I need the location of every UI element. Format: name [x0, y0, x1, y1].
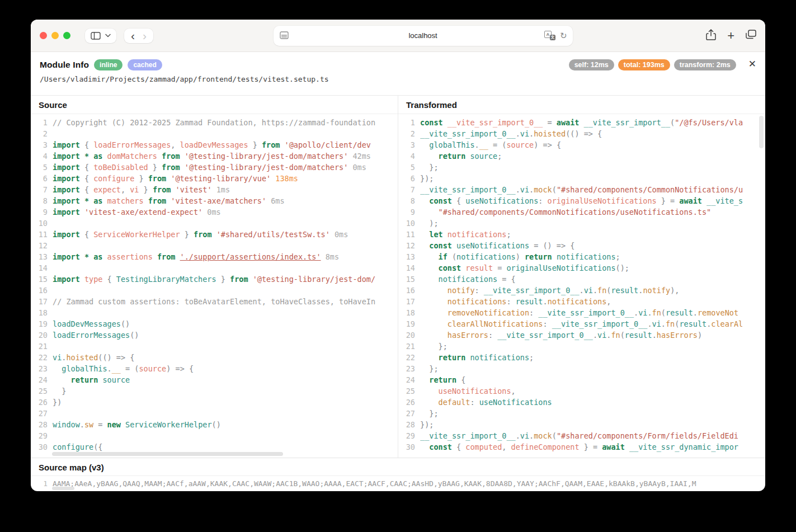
- code-line: 21: [31, 341, 398, 352]
- panel-title: Source: [31, 96, 398, 114]
- line-number: 29: [31, 430, 53, 441]
- code-line: 27: [31, 408, 398, 419]
- code-lines[interactable]: 1const __vite_ssr_import_0__ = await __v…: [398, 114, 765, 458]
- code-line: 15import type { TestingLibraryMatchers }…: [31, 274, 398, 285]
- code-line: 20loadErrorMessages(): [31, 329, 398, 341]
- code-line: 5 };: [398, 162, 765, 173]
- code-line: 7import { expect, vi } from 'vitest' 1ms: [31, 184, 398, 195]
- line-number: 12: [31, 240, 53, 251]
- code-line: 11 let notifications;: [398, 229, 765, 240]
- code-line: 28window.sw = new ServiceWorkerHelper(): [31, 419, 398, 430]
- sidebar-toggle[interactable]: [85, 29, 116, 43]
- line-number: 16: [31, 285, 53, 296]
- tab-overview-icon[interactable]: [746, 30, 756, 41]
- panel-title: Transformed: [398, 96, 765, 114]
- transformed-panel: Transformed 1const __vite_ssr_import_0__…: [398, 96, 765, 458]
- line-number: 11: [398, 229, 420, 240]
- code-line: 6});: [398, 173, 765, 184]
- code-line: 10 );: [398, 218, 765, 229]
- code-line: 22 return notifications;: [398, 352, 765, 363]
- close-icon[interactable]: ✕: [748, 59, 756, 69]
- line-number: 4: [398, 150, 420, 162]
- line-number: 25: [398, 385, 420, 397]
- code-line: 20 hasErrors: __vite_ssr_import_0__.vi.f…: [398, 329, 765, 341]
- line-number: 27: [31, 408, 53, 419]
- sourcemap-line: 1 AAMA;AAeA,yBAAG,QAAQ,MAAM;AACf,aAAW,KA…: [31, 476, 765, 489]
- code-line: 8 const { useNotifications: originalUseN…: [398, 195, 765, 206]
- code-line: 3 globalThis.__ = (source) => {: [398, 139, 765, 150]
- code-line: 9import 'vitest-axe/extend-expect' 0ms: [31, 206, 398, 218]
- code-line: 30 const { computed, defineComponent } =…: [398, 441, 765, 453]
- sourcemap-mappings: AAMA;AAeA,yBAAG,QAAQ,MAAM;AACf,aAAW,KAAK…: [53, 479, 765, 489]
- line-number: 24: [31, 374, 53, 385]
- code-line: 7__vite_ssr_import_0__.vi.mock("#shared/…: [398, 184, 765, 195]
- line-number: 27: [398, 408, 420, 419]
- line-number: 26: [31, 397, 53, 408]
- timing-badges: self: 12ms total: 193ms transform: 2ms: [569, 59, 736, 70]
- translate-icon[interactable]: A 文: [544, 31, 555, 40]
- line-number: 3: [398, 139, 420, 150]
- line-number: 5: [31, 162, 53, 173]
- line-number: 1: [31, 117, 53, 128]
- line-number: 8: [398, 195, 420, 206]
- vertical-scrollbar[interactable]: [759, 116, 764, 148]
- code-line: 29: [31, 430, 398, 441]
- code-line: 4 return source;: [398, 150, 765, 162]
- nav-buttons: ‹ ›: [124, 29, 153, 43]
- sourcemap-line-number: 1: [31, 479, 53, 489]
- line-number: 20: [398, 329, 420, 341]
- line-number: 7: [398, 184, 420, 195]
- zoom-window-button[interactable]: [63, 32, 70, 39]
- code-line: 1const __vite_ssr_import_0__ = await __v…: [398, 117, 765, 128]
- self-time-badge: self: 12ms: [569, 59, 614, 70]
- minimize-window-button[interactable]: [51, 32, 59, 39]
- line-number: 16: [398, 285, 420, 296]
- line-number: 15: [398, 274, 420, 285]
- module-info-header: Module Info inline cached self: 12ms tot…: [31, 52, 765, 95]
- new-tab-icon[interactable]: +: [727, 31, 734, 41]
- share-icon[interactable]: [706, 29, 716, 43]
- code-line: 25 }: [31, 385, 398, 397]
- line-number: 8: [31, 195, 53, 206]
- back-button[interactable]: ‹: [131, 31, 135, 40]
- line-number: 4: [31, 150, 53, 162]
- page-title: Module Info: [40, 60, 89, 70]
- horizontal-scrollbar[interactable]: [52, 452, 283, 456]
- browser-window: ‹ › localhost A 文 ↻: [31, 20, 765, 491]
- line-number: 17: [398, 296, 420, 307]
- traffic-lights: [40, 32, 70, 39]
- module-link[interactable]: './support/assertions/index.ts': [180, 252, 321, 261]
- code-line: 28});: [398, 419, 765, 430]
- sourcemap-section: Source map (v3) 1 AAMA;AAeA,yBAAG,QAAQ,M…: [31, 458, 765, 491]
- line-number: 11: [31, 229, 53, 240]
- code-line: 9 "#shared/components/CommonNotification…: [398, 206, 765, 218]
- code-line: 12: [31, 240, 398, 251]
- sourcemap-scrollbar[interactable]: [52, 487, 74, 490]
- code-line: 24 return source: [31, 374, 398, 385]
- forward-button[interactable]: ›: [143, 31, 147, 40]
- line-number: 6: [31, 173, 53, 184]
- url-text[interactable]: localhost: [274, 26, 573, 46]
- code-panels: Source 1// Copyright (C) 2012-2025 Zamma…: [31, 95, 765, 458]
- code-line: 12 const useNotifications = () => {: [398, 240, 765, 251]
- module-path: /Users/vladimir/Projects/zammad/app/fron…: [40, 75, 756, 83]
- line-number: 21: [398, 341, 420, 352]
- url-bar[interactable]: localhost A 文 ↻: [274, 26, 573, 46]
- code-lines[interactable]: 1// Copyright (C) 2012-2025 Zammad Found…: [31, 114, 398, 458]
- line-number: 1: [398, 117, 420, 128]
- reload-icon[interactable]: ↻: [560, 31, 567, 41]
- line-number: 3: [31, 139, 53, 150]
- line-number: 25: [31, 385, 53, 397]
- line-number: 26: [398, 397, 420, 408]
- total-time-badge: total: 193ms: [618, 59, 670, 70]
- code-line: 23 globalThis.__ = (source) => {: [31, 363, 398, 374]
- code-line: 30configure({: [31, 441, 398, 453]
- code-line: 18 removeNotification: __vite_ssr_import…: [398, 307, 765, 318]
- code-line: 29__vite_ssr_import_0__.vi.mock("#shared…: [398, 430, 765, 441]
- code-line: 13 if (notifications) return notificatio…: [398, 251, 765, 262]
- code-line: 23 };: [398, 363, 765, 374]
- line-number: 9: [398, 206, 420, 218]
- line-number: 12: [398, 240, 420, 251]
- line-number: 18: [31, 307, 53, 318]
- close-window-button[interactable]: [40, 32, 47, 39]
